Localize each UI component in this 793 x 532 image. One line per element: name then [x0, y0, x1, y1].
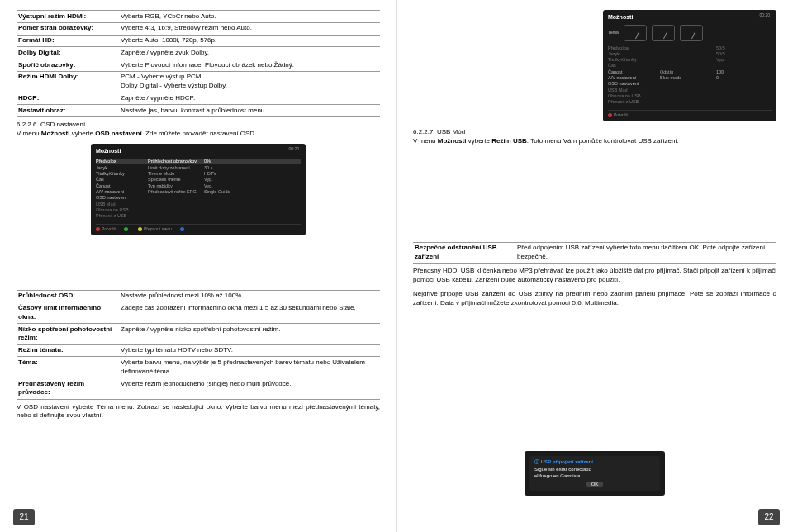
row-key: Nízko-spotřební pohotovostní režim:	[17, 324, 119, 345]
row-key: HDCP:	[17, 93, 119, 105]
clock: 00:20	[288, 147, 299, 152]
menu-row[interactable]: A/V nastaveníBlue mode0	[608, 75, 772, 81]
table-row: Průhlednost OSD:Nastavte průhlednost mez…	[17, 290, 380, 302]
row-value: Vyberte Auto, 1080i, 720p, 576p.	[119, 35, 380, 47]
row-key: Bezpečné odstranění USB zařízení	[413, 242, 515, 264]
row-key: Časový limit informačního okna:	[17, 302, 119, 324]
screenshot-theme-options: 00:20 Možnosti Téma Předvolba50/5Jazyk50…	[603, 10, 776, 121]
menu-row: Předvolba50/5	[608, 45, 772, 50]
menu-footer: Potvrdit	[608, 110, 772, 118]
menu-row: Obnova na USB	[608, 93, 772, 99]
menu-row[interactable]: Titulky/čítankyTheme ModeHDTV	[96, 170, 301, 176]
screenshot-usb-dialog: ⓘ USB připojení zařízení Sigue sin estar…	[525, 451, 665, 496]
table-row: Spořič obrazovky:Vyberte Plovoucí inform…	[17, 59, 380, 72]
usb-definition-table: Bezpečné odstranění USB zařízeníPřed odp…	[413, 242, 776, 264]
menu-row: Obnova na USB	[96, 207, 301, 212]
ok-button[interactable]: OK	[586, 482, 604, 487]
table-row: Přednastavený režim průvodce:Vyberte rež…	[17, 378, 380, 400]
row-key: Formát HD:	[17, 35, 119, 47]
row-value: PCM - Vyberte výstup PCM.Dolby Digital -…	[119, 71, 380, 93]
menu-row: USB Mód	[608, 87, 772, 93]
row-key: Spořič obrazovky:	[17, 59, 119, 72]
info-icon: ⓘ	[534, 459, 539, 464]
menu-row[interactable]: ČasSpeciální themeVyp.	[96, 177, 301, 183]
row-key: Průhlednost OSD:	[17, 290, 119, 302]
row-value: Vyberte Plovoucí informace, Plovoucí obr…	[119, 59, 380, 72]
gauge-icon	[624, 25, 647, 41]
menu-row: Titulky/čítankyVyp.	[608, 57, 772, 63]
clock: 00:20	[759, 13, 770, 18]
menu-row: USB Mód	[96, 201, 301, 207]
row-value: Vyberte 4:3, 16:9, Středový režim nebo A…	[119, 22, 380, 35]
row-value: Vyberte RGB, YCbCr nebo Auto.	[119, 11, 380, 23]
section-osd: 6.2.2.6. OSD nastavení V menu Možnosti v…	[17, 121, 380, 139]
table-row: Časový limit informačního okna:Zadejte č…	[17, 302, 380, 324]
settings-table-top: Výstupní režim HDMI:Vyberte RGB, YCbCr n…	[17, 10, 380, 117]
menu-row[interactable]: ČanostOdstín100	[608, 69, 772, 74]
row-value: Vyberte typ tématu HDTV nebo SDTV.	[119, 344, 380, 357]
row-value: Vyberte barvu menu, na výběr je 5 předna…	[119, 357, 380, 378]
table-row: Dolby Digital:Zapněte / vypněte zvuk Dol…	[17, 47, 380, 59]
table-row: Výstupní režim HDMI:Vyberte RGB, YCbCr n…	[17, 11, 380, 23]
page-number-left: 21	[13, 509, 35, 525]
menu-row: Čas	[608, 63, 772, 69]
menu-row[interactable]: OSD nastavení	[96, 195, 301, 201]
dialog-line: Sigue sin estar conectado	[534, 467, 655, 473]
menu-title: Možnosti	[608, 14, 772, 21]
menu-row[interactable]: ČanostTyp nabídkyVyp.	[96, 183, 301, 188]
row-key: Téma:	[17, 357, 119, 378]
table-row: Poměr stran obrazovky:Vyberte 4:3, 16:9,…	[17, 22, 380, 35]
row-value: Zapněte / vypněte nízko-spotřební pohoto…	[119, 324, 380, 345]
menu-footer: Potvrdit Přepnout menu	[96, 224, 301, 232]
section-usb: 6.2.2.7. USB Mód V menu Možnosti vyberte…	[413, 128, 776, 146]
paragraph-usb-1: Přenosný HDD, USB klíčenka nebo MP3 přeh…	[413, 267, 776, 285]
menu-title: Možnosti	[96, 148, 301, 154]
row-value: Zapněte / vypněte zvuk Dolby.	[119, 47, 380, 59]
row-value: Zadejte čas zobrazení informačního okna …	[119, 302, 380, 324]
menu-row: Přenosit z USB	[96, 213, 301, 219]
page-right: 00:20 Možnosti Téma Předvolba50/5Jazyk50…	[396, 0, 793, 532]
paragraph-usb-2: Nejdříve připojte USB zařízení do USB zd…	[413, 290, 776, 308]
menu-row: Jazyk50/5	[608, 50, 772, 56]
gauge-icon	[652, 25, 675, 41]
row-key: Nastavit obraz:	[17, 105, 119, 117]
table-row: Bezpečné odstranění USB zařízeníPřed odp…	[413, 242, 776, 264]
menu-row[interactable]: A/V nastaveníPřednastavit režim EPGSingl…	[96, 188, 301, 194]
bottom-paragraph: V OSD nastavení vyberte Téma menu. Zobra…	[17, 403, 380, 421]
menu-row[interactable]: PředvolbaPrůhlednost obrazovkového menu0…	[96, 159, 301, 164]
row-value: Před odpojením USB zařízení vyberte toto…	[515, 242, 776, 264]
menu-row[interactable]: JazykLimit doby zobrazení30 s	[96, 164, 301, 170]
menu-row[interactable]: OSD nastavení	[608, 81, 772, 87]
section-text: V menu Možnosti vyberte OSD nastavení. Z…	[17, 130, 256, 137]
row-key: Režim HDMI Dolby:	[17, 71, 119, 93]
row-key: Výstupní režim HDMI:	[17, 11, 119, 23]
table-row: HDCP:Zapněte / vypněte HDCP.	[17, 93, 380, 105]
row-key: Dolby Digital:	[17, 47, 119, 59]
menu-row: Přenosit z USB	[608, 99, 772, 105]
table-row: Režim tématu:Vyberte typ tématu HDTV neb…	[17, 344, 380, 357]
table-row: Nízko-spotřební pohotovostní režim:Zapně…	[17, 324, 380, 345]
color-gauges: Téma	[608, 25, 772, 41]
row-value: Nastavte jas, barvu, kontrast a průhledn…	[119, 105, 380, 117]
screenshot-osd-options: 00:20 Možnosti PředvolbaPrůhlednost obra…	[91, 144, 306, 235]
row-key: Přednastavený režim průvodce:	[17, 378, 119, 400]
page-number-right: 22	[758, 509, 780, 525]
table-row: Formát HD:Vyberte Auto, 1080i, 720p, 576…	[17, 35, 380, 47]
section-number: 6.2.2.6. OSD nastavení	[17, 121, 85, 128]
row-key: Poměr stran obrazovky:	[17, 22, 119, 35]
section-text: V menu Možnosti vyberte Režim USB. Toto …	[413, 137, 679, 145]
table-row: Nastavit obraz:Nastavte jas, barvu, kont…	[17, 105, 380, 117]
row-value: Nastavte průhlednost mezi 10% až 100%.	[119, 290, 380, 302]
usb-dialog-inner: ⓘ USB připojení zařízení Sigue sin estar…	[529, 456, 660, 491]
row-value: Vyberte režim jednoduchého (single) nebo…	[119, 378, 380, 400]
table-row: Režim HDMI Dolby:PCM - Vyberte výstup PC…	[17, 71, 380, 93]
gauge-icon	[680, 25, 703, 41]
table-row: Téma:Vyberte barvu menu, na výběr je 5 p…	[17, 357, 380, 378]
section-number: 6.2.2.7. USB Mód	[413, 128, 465, 135]
dialog-line: el fuego en Garmisla	[534, 473, 655, 479]
settings-table-bottom: Průhlednost OSD:Nastavte průhlednost mez…	[17, 290, 380, 400]
row-key: Režim tématu:	[17, 344, 119, 357]
page-left: Výstupní režim HDMI:Vyberte RGB, YCbCr n…	[0, 0, 396, 532]
row-value: Zapněte / vypněte HDCP.	[119, 93, 380, 105]
